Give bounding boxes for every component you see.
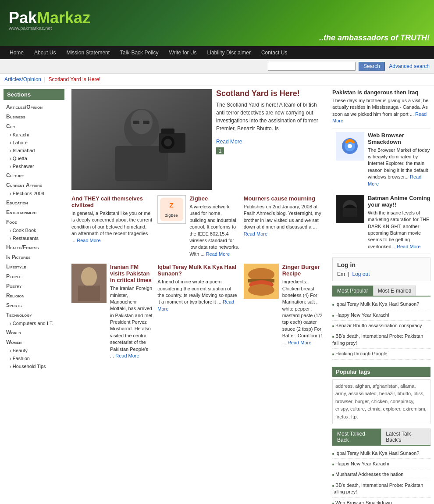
- sidebar-item-lifestyle[interactable]: Lifestyle: [4, 261, 64, 271]
- article-iqbal-desc: A friend of mine wrote a poem considerin…: [157, 279, 239, 312]
- article-mourners-readmore[interactable]: Read More: [244, 231, 267, 236]
- logo-pak: Pak: [9, 9, 37, 27]
- article-civilized-title[interactable]: And THEY call themselves civilized: [71, 195, 153, 208]
- tab-most-talkback[interactable]: Most Talked-Back: [332, 429, 381, 445]
- right-article-pakistan: Pakistan is dangerous then Iraq These da…: [332, 89, 430, 129]
- article-zigbee: Z ZigBee Zigbee A wireless network used …: [157, 195, 239, 257]
- article-civilized-desc: In general, a Pakistani like you or me i…: [71, 210, 153, 244]
- talkback-item-4[interactable]: BB's death, International Probe: Pakista…: [332, 480, 430, 498]
- popular-item-1[interactable]: Iqbal Teray Mulk Ka Kya Haal Sunaon?: [332, 299, 430, 310]
- logout-link[interactable]: Log out: [352, 271, 370, 277]
- sidebar-item-islamabad[interactable]: Islamabad: [4, 147, 64, 154]
- batman-text: Batman Anime Coming your way!! With the …: [368, 195, 430, 250]
- breadcrumb-section[interactable]: Articles/Opinion: [4, 76, 41, 82]
- sidebar-item-city[interactable]: City: [4, 121, 64, 131]
- sidebar-item-people[interactable]: People: [4, 271, 64, 281]
- svg-point-22: [248, 284, 274, 296]
- articles-row-2: Iranian FM visits Pakistan in critical t…: [71, 264, 325, 359]
- tab-latest-talkback[interactable]: Latest Talk-Back's: [381, 429, 430, 445]
- talkback-item-5[interactable]: Web Browser Smackdown: [332, 498, 430, 504]
- popular-item-2[interactable]: Happy New Year Karachi: [332, 310, 430, 321]
- advanced-search-link[interactable]: Advanced search: [389, 63, 430, 69]
- right-sidebar: Pakistan is dangerous then Iraq These da…: [329, 89, 434, 504]
- nav-write[interactable]: Write for Us: [164, 46, 202, 59]
- right-article-browser-title: Web Browser Smackdown: [368, 132, 430, 145]
- sidebar: Sections Articles/Opinion Business City …: [0, 89, 68, 504]
- tab-most-emailed[interactable]: Most E-mailed: [373, 286, 416, 296]
- sidebar-item-current[interactable]: Current Affairs: [4, 180, 64, 189]
- article-iran: Iranian FM visits Pakistan in critical t…: [71, 264, 153, 359]
- breadcrumb-article[interactable]: Scotland Yard is Here!: [49, 76, 101, 82]
- nav-mission[interactable]: Mission Statement: [61, 46, 115, 59]
- main-content: Sections Articles/Opinion Business City …: [0, 86, 434, 504]
- sidebar-item-articles[interactable]: Articles/Opinion: [4, 102, 64, 111]
- sidebar-item-women[interactable]: Women: [4, 337, 64, 347]
- sidebar-item-world[interactable]: World: [4, 327, 64, 337]
- popular-item-4[interactable]: BB's death, International Probe: Pakista…: [332, 331, 430, 349]
- sidebar-item-peshawer[interactable]: Peshawer: [4, 162, 64, 170]
- popular-tags: Popular tags address, afghan, afghanista…: [332, 367, 430, 424]
- article-mourners-title[interactable]: Mourners cause mourning: [244, 195, 325, 202]
- popular-item-5[interactable]: Hacking through Google: [332, 349, 430, 359]
- search-button[interactable]: Search: [359, 62, 385, 71]
- talkback-item-3[interactable]: Musharraf Addresses the nation: [332, 469, 430, 480]
- sidebar-item-religion[interactable]: Religion: [4, 290, 64, 300]
- svg-rect-10: [161, 129, 174, 134]
- article-iran-readmore[interactable]: Read More: [115, 353, 139, 358]
- svg-text:ZigBee: ZigBee: [165, 213, 178, 218]
- sidebar-item-computers[interactable]: Computers and I.T.: [4, 319, 64, 327]
- sidebar-item-poetry[interactable]: Poetry: [4, 281, 64, 290]
- sidebar-item-inpictures[interactable]: In Pictures: [4, 252, 64, 261]
- sidebar-item-karachi[interactable]: Karachi: [4, 131, 64, 139]
- site-header: PakMarkaz www.pakmarkaz.net ..the ambass…: [0, 0, 434, 46]
- talkback-item-1[interactable]: Iqbal Teray Mulk Ka Kya Haal Sunaon?: [332, 448, 430, 459]
- article-burger-readmore[interactable]: Read More: [288, 340, 311, 345]
- article-mourners-desc: Publishes on 2nd January, 2008 at Fasih …: [244, 204, 325, 237]
- featured-read-more[interactable]: Read More: [216, 139, 242, 145]
- article-civilized-readmore[interactable]: Read More: [77, 238, 100, 243]
- site-logo[interactable]: PakMarkaz www.pakmarkaz.net: [9, 9, 90, 31]
- nav-talkback[interactable]: Talk-Back Policy: [115, 46, 164, 59]
- sidebar-item-culture[interactable]: Culture: [4, 170, 64, 180]
- logo-markaz: Markaz: [37, 9, 90, 27]
- zigbee-thumb: Z ZigBee: [157, 195, 186, 224]
- article-burger: Zinger Burger Recipe Ingredients: Chicke…: [244, 264, 325, 359]
- sidebar-item-health[interactable]: Health/Fitness: [4, 242, 64, 252]
- tab-most-popular[interactable]: Most Popular: [332, 286, 373, 296]
- tags-content: address, afghan, afghanistan, allama, ar…: [332, 379, 430, 424]
- sidebar-item-business[interactable]: Business: [4, 111, 64, 121]
- sidebar-item-food[interactable]: Food: [4, 217, 64, 226]
- right-article-browser: Web Browser Smackdown The Browser Market…: [332, 132, 430, 191]
- sidebar-item-sports[interactable]: Sports: [4, 300, 64, 310]
- nav-contact[interactable]: Contact Us: [256, 46, 292, 59]
- articles-row-1: And THEY call themselves civilized In ge…: [71, 195, 325, 257]
- sidebar-item-fashion[interactable]: Fashion: [4, 354, 64, 362]
- talkback-item-2[interactable]: Happy New Year Karachi: [332, 459, 430, 469]
- nav-home[interactable]: Home: [4, 46, 29, 59]
- popular-item-3[interactable]: Benazir Bhutto assassination conspiracy: [332, 321, 430, 331]
- article-burger-desc: Ingredients: Chicken breast boneless (4)…: [282, 279, 325, 346]
- sidebar-item-quetta[interactable]: Quetta: [4, 154, 64, 162]
- sidebar-item-restaurants[interactable]: Restaurants: [4, 234, 64, 242]
- sidebar-item-beauty[interactable]: Beauty: [4, 347, 64, 354]
- batman-thumb: [336, 195, 364, 223]
- site-tagline: ..the ambassadors of TRUTH!: [319, 33, 430, 43]
- nav-disclaimer[interactable]: Liability Disclaimer: [202, 46, 256, 59]
- article-zigbee-readmore[interactable]: Read More: [206, 251, 230, 257]
- sidebar-item-education[interactable]: Education: [4, 197, 64, 207]
- svg-rect-17: [78, 286, 100, 301]
- sidebar-item-household[interactable]: Household Tips: [4, 362, 64, 370]
- right-article-browser-desc: The Browser Market of today is heavily d…: [368, 147, 430, 187]
- sidebar-item-lahore[interactable]: Lahore: [4, 139, 64, 147]
- search-input[interactable]: [268, 62, 356, 71]
- right-article-batman-readmore[interactable]: Read More: [397, 244, 420, 249]
- article-iqbal-title[interactable]: Iqbal Teray Mulk Ka Kya Haal Sunaon?: [157, 264, 239, 277]
- sidebar-item-technology[interactable]: Technology: [4, 310, 64, 319]
- popular-tab-content: Iqbal Teray Mulk Ka Kya Haal Sunaon? Hap…: [332, 297, 430, 362]
- featured-article: Scotland Yard is Here! The Scotland Yard…: [71, 89, 325, 190]
- sidebar-item-elections[interactable]: Elections 2008: [4, 189, 64, 197]
- nav-about[interactable]: About Us: [29, 46, 61, 59]
- sidebar-item-cookbook[interactable]: Cook Book: [4, 226, 64, 234]
- article-zigbee-desc: A wireless network used for home, buildi…: [189, 204, 239, 257]
- sidebar-item-entertainment[interactable]: Entertainment: [4, 207, 64, 217]
